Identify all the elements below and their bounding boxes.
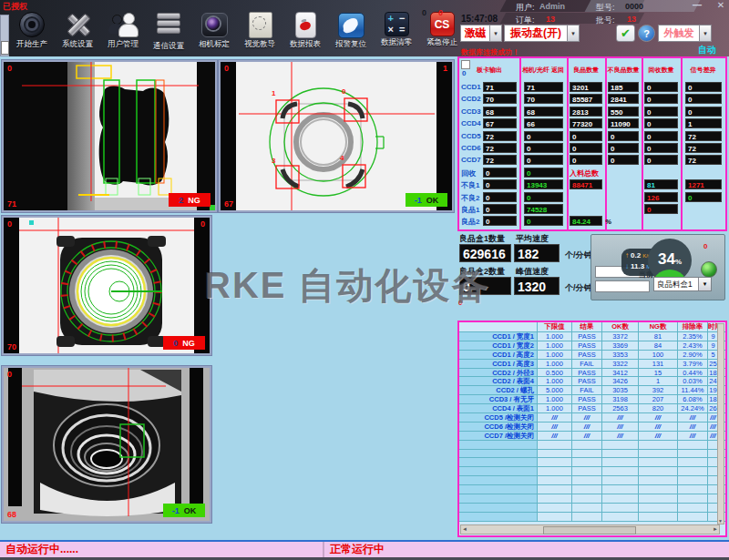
inspection-cell: ///	[602, 423, 639, 431]
gauge-zero-flag: 0	[703, 242, 707, 250]
toolbar-button-users[interactable]: 用户管理	[100, 11, 146, 56]
count-table-header: 回收数量	[642, 61, 681, 79]
inspection-cell: 81	[639, 332, 678, 341]
toolbar-button-comm[interactable]: 通信设置	[146, 11, 191, 56]
inspection-row	[459, 441, 725, 450]
scrollbar-thumb[interactable]	[543, 526, 636, 535]
percent-gauge[interactable]: 34%	[648, 239, 692, 282]
count-row-label: CCD7	[461, 156, 481, 164]
inspection-cell: 3035	[602, 386, 639, 394]
model-value: 0000	[625, 2, 643, 11]
tray-select-dropdown[interactable]: 良品料盒1	[653, 277, 712, 291]
toolbar-button-report[interactable]: 数据报表	[282, 11, 328, 56]
inspection-cell: NG数	[639, 322, 678, 331]
count-row-label: 回收	[461, 168, 476, 178]
download-arrow-icon: ↓	[625, 261, 629, 272]
toolbar-button-label: 报警复位	[328, 39, 374, 50]
inspection-cell: 1.000	[538, 395, 572, 403]
count-value-box: 0	[483, 204, 517, 214]
chevron-down-icon[interactable]	[568, 25, 580, 42]
inspection-cell: 84	[639, 341, 678, 350]
inspection-cell	[538, 504, 572, 512]
inspection-table-body: 下限值结果OK数NG数排除率时间CCD1 / 宽度11.000PASS33728…	[459, 322, 725, 535]
vibration-dropdown[interactable]: 振动盘(开)	[504, 25, 580, 42]
result-text: NG	[182, 339, 195, 348]
count-value-box: 0	[685, 82, 722, 92]
inspection-cell	[678, 494, 708, 503]
inspection-item-label	[459, 450, 538, 458]
toolbar-button-vision[interactable]: 视觉教导	[237, 11, 282, 56]
count-table-row: 不良101394388471811271	[459, 179, 725, 191]
inspection-item-label	[459, 458, 538, 466]
count-table-row: CCD2707085587284100	[459, 94, 725, 106]
toolbar-button-camera[interactable]: 相机标定	[191, 11, 237, 56]
inspection-item-label: CCD7 /检测关闭	[459, 432, 538, 440]
left-edge-handle[interactable]	[1, 41, 9, 55]
alarm-icon	[335, 11, 366, 38]
inspection-cell: 3322	[602, 360, 639, 368]
inspection-cell: 1.000	[538, 360, 572, 368]
clear-icon: +−×=	[385, 12, 409, 36]
inspection-cell: FAIL	[572, 386, 602, 394]
inspection-cell: 2.43%	[678, 341, 708, 350]
toolbar-button-production[interactable]: 开始生产	[9, 11, 55, 56]
minimize-button[interactable]: —	[685, 0, 709, 11]
inspection-row: CCD7 /检测关闭//////////////////	[459, 432, 725, 441]
count-value-box: 0	[524, 131, 563, 141]
horizontal-scrollbar[interactable]	[460, 524, 720, 535]
inspection-item-label: CCD1 / 高度2	[459, 351, 538, 359]
inspection-cell: 3198	[602, 395, 639, 403]
camera2-corner-0: 1	[272, 89, 275, 97]
chevron-down-icon[interactable]	[700, 25, 712, 42]
count-value-box: 0	[570, 155, 602, 165]
inspection-cell: ///	[639, 413, 678, 422]
inspection-cell	[678, 450, 708, 458]
help-button[interactable]: ?	[638, 25, 655, 42]
count-value-box: 0	[524, 192, 563, 202]
avg-speed-value: 182	[514, 244, 560, 262]
left-edge-widget[interactable]	[0, 15, 9, 56]
camera-view-1[interactable]: 0 71 2 NG	[2, 60, 217, 212]
inspection-cell: 15	[639, 369, 678, 377]
inspection-cell: 0.500	[538, 369, 572, 377]
inspection-item-label: CCD3 / 有无牙	[459, 395, 538, 403]
feed-total-label: 入料总数	[570, 168, 602, 178]
camera2-corner-2: 3	[272, 157, 275, 165]
toolbar-button-alarm[interactable]: 报警复位	[328, 11, 374, 56]
camera-view-4[interactable]: 0 68 -1 OK	[2, 366, 211, 523]
result-text: OK	[426, 196, 439, 205]
inspection-item-label: CCD6 /检测关闭	[459, 423, 538, 431]
question-icon: ?	[643, 28, 650, 39]
count-table-row: CCD572000072	[459, 131, 725, 143]
excite-dropdown[interactable]: 激磁	[460, 25, 502, 42]
inspection-cell	[572, 458, 602, 466]
inspection-cell	[678, 504, 708, 512]
count-table-header: 信号差异	[681, 61, 725, 79]
inspection-cell: ///	[678, 432, 708, 440]
count-value-box: 0	[685, 107, 722, 117]
inspection-row: CCD5 /检测关闭//////////////////	[459, 413, 725, 423]
tray-gauge-panel: ↑0.2K/s ↓11.3M/s 34% 0 当前选择料盒 良品料盒1	[590, 234, 725, 300]
confirm-button[interactable]: ✔	[616, 25, 635, 42]
camera-view-3[interactable]: 0 0 70 0 NG	[2, 216, 211, 355]
result-count: -1	[415, 196, 422, 205]
tray-input-2[interactable]	[595, 280, 650, 292]
inspection-row	[459, 458, 725, 467]
inspection-cell: 207	[639, 395, 678, 403]
trigger-mode-dropdown[interactable]: 外触发	[658, 25, 712, 42]
inspection-cell	[639, 485, 678, 494]
camera-view-2[interactable]: 1034 0 1 67 -1 OK	[219, 60, 454, 212]
auto-mode-label: 自动	[698, 44, 716, 56]
chevron-down-icon[interactable]	[490, 25, 502, 42]
toolbar-button-clear[interactable]: +−×=数据清零	[374, 11, 419, 56]
count-table-row: CCD17171320118500	[459, 82, 725, 94]
close-button[interactable]: ✕	[713, 0, 729, 11]
toolbar-button-settings[interactable]: 系统设置	[55, 11, 100, 56]
inspection-item-label: CCD1 / 宽度2	[459, 341, 538, 350]
count-table-row: 回收00入料总数	[459, 168, 725, 179]
vertical-scrollbar[interactable]	[717, 323, 724, 524]
inspection-cell	[602, 476, 639, 484]
chevron-down-icon[interactable]	[698, 278, 711, 290]
inspection-cell: 5.000	[538, 386, 572, 394]
toolbar-button-estop[interactable]: CS紧急停止	[419, 11, 465, 56]
